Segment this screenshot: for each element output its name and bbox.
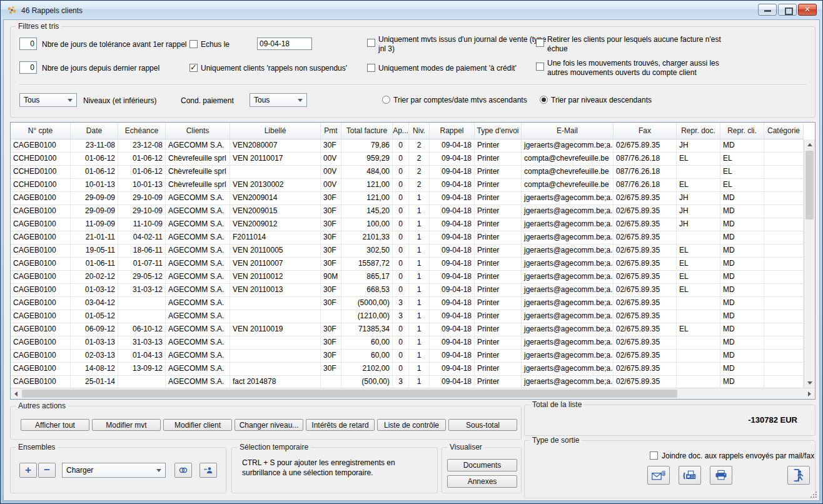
horizontal-scrollbar[interactable] (11, 388, 815, 399)
column-header-n-cpte[interactable]: N° cpte (11, 123, 71, 139)
action-button-sous-total[interactable]: Sous-total (448, 419, 517, 431)
cell-cat-gorie (764, 376, 804, 388)
cell-fax: 02/675.89.35 (613, 231, 677, 244)
assign-client-button[interactable] (199, 463, 217, 478)
cell-n-cpte: CAGEB0100 (11, 218, 71, 231)
resize-grip[interactable] (809, 490, 817, 498)
title-bar[interactable]: 46 Rappels clients ✕ (1, 1, 822, 19)
ensembles-select[interactable]: Charger (62, 463, 166, 478)
echus-checkbox[interactable] (189, 40, 198, 48)
table-row[interactable]: CCHED010001-06-1201-06-12Chèvrefeuille s… (11, 153, 804, 166)
table-row[interactable]: CAGEB010014-08-1213-09-12AGECOMM S.A.30F… (11, 363, 804, 376)
scroll-up-button[interactable] (804, 139, 815, 150)
journal-vente-checkbox[interactable] (367, 39, 375, 47)
non-suspendus-checkbox[interactable] (189, 64, 198, 72)
tolerance-days-input[interactable] (19, 38, 37, 50)
column-header-e-mail[interactable]: E-Mail (522, 123, 613, 139)
minimize-button[interactable] (758, 4, 777, 16)
print-button[interactable] (710, 466, 732, 485)
since-last-days-input[interactable] (19, 61, 37, 74)
vertical-scroll-thumb[interactable] (805, 151, 814, 219)
column-header-ap[interactable]: Ap... (393, 123, 409, 139)
cell-rappel: 09-04-18 (430, 179, 475, 191)
cell-type-d-envoi: Printer (475, 323, 522, 336)
table-row[interactable]: CAGEB010011-09-0911-10-09AGECOMM S.A.VEN… (11, 218, 804, 231)
cell-clients: AGECOMM S.A. (166, 244, 230, 257)
cell-total-facture: 121,00 (341, 179, 393, 191)
sort-ascending-radio[interactable] (382, 96, 390, 104)
column-header-cat-gorie[interactable]: Catégorie (764, 123, 804, 139)
visualiser-group-label: Visualiser (447, 443, 485, 451)
retirer-clients-checkbox[interactable] (536, 39, 544, 47)
close-button[interactable]: ✕ (798, 4, 817, 16)
table-row[interactable]: CAGEB010020-02-1229-05-12AGECOMM S.A.VEN… (11, 271, 804, 284)
cell-repr-cli: MD (720, 139, 764, 152)
cell-date: 25-01-14 (71, 376, 118, 388)
cell-libell (230, 336, 321, 349)
table-row[interactable]: CCHED010001-06-1201-06-12Chèvrefeuille s… (11, 166, 804, 179)
table-row[interactable]: CAGEB010001-06-1101-07-11AGECOMM S.A.VEN… (11, 258, 804, 271)
cell-repr-cli: MD (720, 284, 764, 296)
cond-paiement-select[interactable]: Tous (250, 93, 307, 107)
action-button-int-r-ts-de-retard[interactable]: Intérêts de retard (306, 419, 375, 431)
column-header-rappel[interactable]: Rappel (430, 123, 475, 139)
maximize-button[interactable] (778, 4, 797, 16)
scroll-left-button[interactable] (11, 388, 21, 399)
column-header-total-facture[interactable]: Total facture (341, 123, 393, 139)
action-button-changer-niveau[interactable]: Changer niveau... (235, 419, 303, 431)
horizontal-scroll-thumb[interactable] (22, 390, 677, 398)
table-row[interactable]: CAGEB010006-09-1206-10-12AGECOMM S.A.VEN… (11, 323, 804, 336)
table-row[interactable]: CAGEB010001-05-12AGECOMM S.A.(1210,00)31… (11, 310, 804, 323)
column-header-date[interactable]: Date (71, 123, 118, 139)
sort-descending-radio[interactable] (540, 96, 548, 104)
credit-checkbox[interactable] (367, 64, 375, 72)
column-header-libell[interactable]: Libellé (230, 123, 321, 139)
niveaux-select[interactable]: Tous (19, 93, 77, 107)
cell-cat-gorie (764, 323, 804, 336)
scroll-down-button[interactable] (804, 378, 815, 388)
column-header-pmt[interactable]: Pmt (321, 123, 341, 139)
remove-set-button[interactable]: − (38, 463, 56, 478)
column-header-fax[interactable]: Fax (613, 123, 677, 139)
cell-n-cpte: CAGEB0100 (11, 363, 71, 375)
scroll-right-button[interactable] (804, 388, 815, 399)
cell-fax: 02/675.89.35 (613, 205, 677, 218)
column-header-ech-ance[interactable]: Echéance (118, 123, 166, 139)
table-row[interactable]: CAGEB010002-03-1301-04-13AGECOMM S.A.30F… (11, 350, 804, 363)
cell-n-cpte: CAGEB0100 (11, 336, 71, 349)
table-row[interactable]: CAGEB010023-11-0823-12-08AGECOMM S.A.VEN… (11, 139, 804, 153)
table-row[interactable]: CAGEB010003-04-12AGECOMM S.A.30F(5000,00… (11, 297, 804, 310)
charger-autres-checkbox[interactable] (536, 63, 544, 71)
joindre-doc-checkbox[interactable] (650, 451, 658, 460)
column-header-niv[interactable]: Niv. (409, 123, 430, 139)
add-set-button[interactable]: + (19, 463, 37, 478)
cell-repr-doc (677, 336, 720, 349)
table-row[interactable]: CAGEB010029-09-0929-10-09AGECOMM S.A.VEN… (11, 205, 804, 218)
action-button-afficher-tout[interactable]: Afficher tout (21, 419, 89, 431)
annexes-button[interactable]: Annexes (447, 475, 517, 488)
vertical-scrollbar[interactable] (804, 139, 815, 388)
table-row[interactable]: CAGEB010021-01-1104-02-11AGECOMM S.A.F20… (11, 231, 804, 244)
echus-date-input[interactable] (257, 38, 312, 50)
column-header-repr-doc[interactable]: Repr. doc. (677, 123, 720, 139)
documents-button[interactable]: Documents (447, 459, 517, 471)
link-sets-button[interactable] (174, 463, 192, 478)
exit-button[interactable] (787, 466, 810, 485)
cell-e-mail: jgeraerts@agecomm.be;a.dum (522, 258, 613, 270)
column-header-clients[interactable]: Clients (166, 123, 230, 139)
send-mail-button[interactable]: @ (647, 466, 670, 485)
table-row[interactable]: CAGEB010001-03-1231-03-12AGECOMM S.A.VEN… (11, 284, 804, 297)
column-header-type-d-envoi[interactable]: Type d'envoi (475, 123, 522, 139)
table-row[interactable]: CAGEB010019-05-1118-06-11AGECOMM S.A.VEN… (11, 244, 804, 258)
action-button-liste-de-contr-le[interactable]: Liste de contrôle (377, 419, 446, 431)
table-row[interactable]: CAGEB010029-09-0929-10-09AGECOMM S.A.VEN… (11, 192, 804, 205)
table-row[interactable]: CAGEB010001-03-1331-03-13AGECOMM S.A.30F… (11, 336, 804, 350)
table-row[interactable]: CAGEB010025-01-14AGECOMM S.A.fact 201487… (11, 376, 804, 389)
cell-libell: VEN 20110005 (230, 244, 321, 257)
column-header-repr-cli[interactable]: Repr. cli. (720, 123, 764, 139)
action-button-modifier-mvt[interactable]: Modifier mvt (92, 419, 161, 431)
table-row[interactable]: CCHED010010-01-1310-01-13Chèvrefeuille s… (11, 179, 804, 192)
action-button-modifier-client[interactable]: Modifier client (163, 419, 232, 431)
cell-date: 11-09-09 (71, 218, 118, 231)
send-fax-button[interactable] (679, 466, 701, 485)
